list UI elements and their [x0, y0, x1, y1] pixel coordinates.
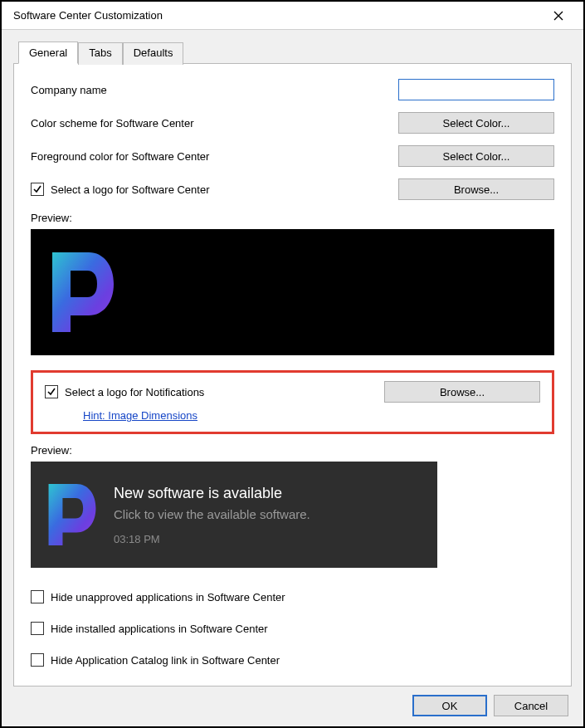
notification-title: New software is available — [114, 485, 310, 502]
preview-notification: New software is available Click to view … — [31, 462, 437, 568]
logo-notif-label: Select a logo for Notifications — [65, 386, 204, 398]
preview1-label: Preview: — [31, 212, 554, 224]
row-logo-sc: Select a logo for Software Center Browse… — [31, 178, 554, 200]
check-icon — [32, 184, 42, 194]
select-color-scheme-button[interactable]: Select Color... — [398, 112, 554, 134]
select-fg-color-button[interactable]: Select Color... — [398, 145, 554, 167]
row-fg-color: Foreground color for Software Center Sel… — [31, 145, 554, 167]
logo-sc-label: Select a logo for Software Center — [51, 183, 210, 196]
company-name-input[interactable] — [398, 79, 554, 100]
tab-tabs[interactable]: Tabs — [78, 42, 122, 65]
row-company-name: Company name — [31, 79, 554, 100]
browse-logo-notif-button[interactable]: Browse... — [384, 381, 540, 403]
tab-defaults[interactable]: Defaults — [123, 42, 184, 65]
tab-general[interactable]: General — [18, 42, 78, 64]
hide-installed-label: Hide installed applications in Software … — [51, 623, 268, 635]
hide-appcatalog-checkbox[interactable] — [31, 653, 44, 667]
tabs: General Tabs Defaults — [13, 42, 572, 64]
company-name-label: Company name — [31, 84, 107, 96]
row-hide-unapproved: Hide unapproved applications in Software… — [31, 586, 554, 608]
tab-panel-general: Company name Color scheme for Software C… — [13, 63, 572, 686]
hint-image-dimensions-link[interactable]: Hint: Image Dimensions — [83, 409, 197, 422]
notification-subtitle: Click to view the available software. — [114, 507, 310, 521]
row-hide-installed: Hide installed applications in Software … — [31, 618, 554, 639]
window-title: Software Center Customization — [13, 9, 163, 22]
cancel-button[interactable]: Cancel — [494, 695, 568, 716]
brand-logo-icon — [51, 251, 115, 334]
highlight-box-notifications: Select a logo for Notifications Browse..… — [31, 370, 554, 434]
brand-logo-icon — [47, 482, 97, 547]
close-icon — [553, 11, 563, 21]
close-button[interactable] — [542, 4, 575, 27]
browse-logo-sc-button[interactable]: Browse... — [398, 178, 554, 200]
notification-time: 03:18 PM — [114, 533, 310, 545]
color-scheme-label: Color scheme for Software Center — [31, 117, 194, 129]
row-logo-notif: Select a logo for Notifications Browse..… — [45, 381, 540, 403]
row-hide-appcatalog: Hide Application Catalog link in Softwar… — [31, 649, 554, 671]
ok-button[interactable]: OK — [412, 695, 487, 716]
row-color-scheme: Color scheme for Software Center Select … — [31, 112, 554, 134]
hide-appcatalog-label: Hide Application Catalog link in Softwar… — [51, 654, 280, 667]
preview-software-center — [31, 229, 554, 355]
hide-unapproved-checkbox[interactable] — [31, 590, 44, 603]
hide-unapproved-label: Hide unapproved applications in Software… — [51, 591, 285, 603]
dialog-button-bar: OK Cancel — [13, 686, 572, 726]
titlebar: Software Center Customization — [2, 2, 583, 30]
notification-text-block: New software is available Click to view … — [114, 485, 310, 545]
fg-color-label: Foreground color for Software Center — [31, 150, 209, 163]
preview2-label: Preview: — [31, 444, 554, 457]
bottom-checkboxes: Hide unapproved applications in Software… — [31, 586, 554, 671]
hide-installed-checkbox[interactable] — [31, 622, 44, 635]
dialog-body: General Tabs Defaults Company name Color… — [2, 30, 583, 726]
logo-notif-checkbox[interactable] — [45, 385, 58, 398]
check-icon — [46, 387, 56, 397]
logo-sc-checkbox[interactable] — [31, 183, 44, 196]
